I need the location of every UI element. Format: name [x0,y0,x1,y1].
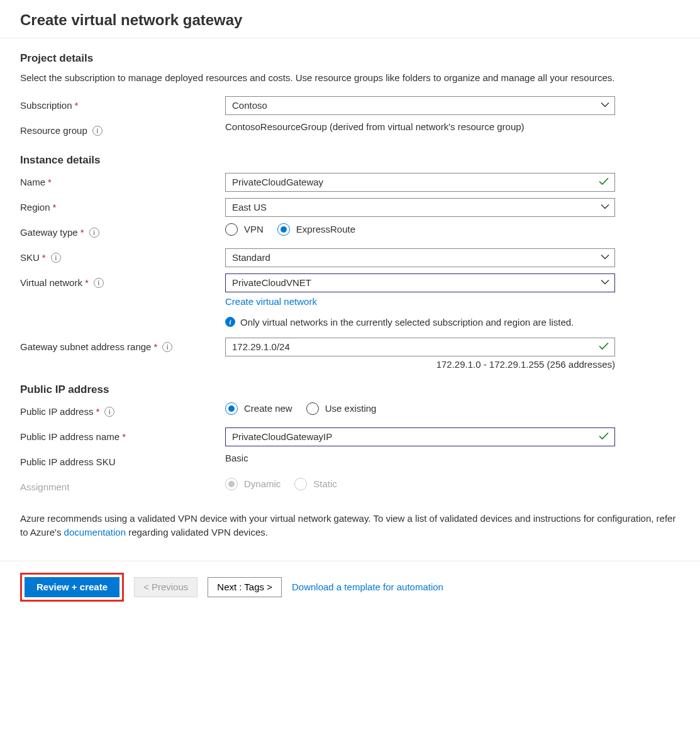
pip-sku-label: Public IP address SKU [20,456,115,467]
pip-use-existing-radio[interactable]: Use existing [306,402,377,415]
pip-create-new-radio[interactable]: Create new [225,402,292,415]
pip-label: Public IP address [20,406,93,417]
assignment-static-radio: Static [294,478,337,490]
review-create-button[interactable]: Review + create [25,577,119,597]
pip-name-input[interactable]: PrivateCloudGatewayIP [225,427,615,446]
subscription-value: Contoso [232,100,267,111]
resource-group-label: Resource group [20,125,87,136]
info-icon: i [225,317,235,327]
section-project-desc: Select the subscription to manage deploy… [20,71,680,85]
gateway-type-expressroute-radio[interactable]: ExpressRoute [277,223,355,236]
vnet-select[interactable]: PrivateCloudVNET [225,273,615,292]
radio-label: Static [313,478,337,489]
required-marker: * [81,227,84,238]
section-project-title: Project details [20,52,680,65]
radio-label: VPN [244,224,264,234]
review-highlight-box: Review + create [20,573,124,602]
download-template-link[interactable]: Download a template for automation [292,582,443,592]
info-icon[interactable]: i [162,342,172,352]
required-marker: * [48,177,52,187]
chevron-down-icon [601,100,609,111]
doc-link[interactable]: documentation [64,527,126,538]
subscription-label: Subscription [20,100,72,111]
subnet-input[interactable]: 172.29.1.0/24 [225,338,615,356]
region-label: Region [20,202,50,212]
subnet-helper: 172.29.1.0 - 172.29.1.255 (256 addresses… [225,359,615,370]
required-marker: * [85,277,89,288]
required-marker: * [53,202,57,212]
pip-name-label: Public IP address name [20,431,119,442]
required-marker: * [96,406,99,417]
radio-label: Dynamic [244,478,281,489]
subscription-select[interactable]: Contoso [225,96,615,115]
vnet-value: PrivateCloudVNET [232,277,311,288]
resource-group-value: ContosoResourceGroup (derived from virtu… [225,121,680,132]
radio-label: Use existing [325,403,377,414]
radio-label: ExpressRoute [296,224,355,234]
info-icon[interactable]: i [51,253,61,263]
page-header: Create virtual network gateway [0,0,700,38]
name-input[interactable]: PrivateCloudGateway [225,173,615,192]
subnet-value: 172.29.1.0/24 [232,341,290,352]
next-button[interactable]: Next : Tags > [208,577,282,597]
info-icon[interactable]: i [94,278,104,288]
required-marker: * [75,100,79,111]
gateway-type-vpn-radio[interactable]: VPN [225,223,264,236]
required-marker: * [122,431,126,442]
sku-label: SKU [20,252,40,263]
name-label: Name [20,177,45,187]
check-icon [598,175,609,189]
footer-bar: Review + create < Previous Next : Tags >… [0,561,700,619]
radio-label: Create new [244,403,292,414]
section-pip-title: Public IP address [20,383,680,396]
gateway-type-label: Gateway type [20,227,78,238]
name-value: PrivateCloudGateway [232,177,323,187]
page-title: Create virtual network gateway [20,11,680,29]
info-icon[interactable]: i [89,228,99,238]
info-icon[interactable]: i [104,407,114,417]
check-icon [598,430,609,443]
assignment-label: Assignment [20,482,69,492]
vnet-label: Virtual network [20,277,82,288]
chevron-down-icon [601,252,609,263]
subnet-label: Gateway subnet address range [20,341,151,352]
region-select[interactable]: East US [225,198,615,217]
required-marker: * [153,341,157,352]
required-marker: * [42,252,46,263]
check-icon [598,340,609,353]
pip-name-value: PrivateCloudGatewayIP [232,431,332,442]
section-instance-title: Instance details [20,154,680,167]
previous-button: < Previous [134,577,197,597]
sku-value: Standard [232,252,270,263]
chevron-down-icon [601,202,609,212]
chevron-down-icon [601,277,609,288]
footnote-text: Azure recommends using a validated VPN d… [20,512,680,540]
assignment-dynamic-radio: Dynamic [225,478,281,490]
region-value: East US [232,202,267,212]
pip-sku-value: Basic [225,453,680,463]
info-icon[interactable]: i [92,126,103,136]
create-vnet-link[interactable]: Create virtual network [225,296,680,307]
sku-select[interactable]: Standard [225,248,615,267]
vnet-note: Only virtual networks in the currently s… [240,317,574,328]
